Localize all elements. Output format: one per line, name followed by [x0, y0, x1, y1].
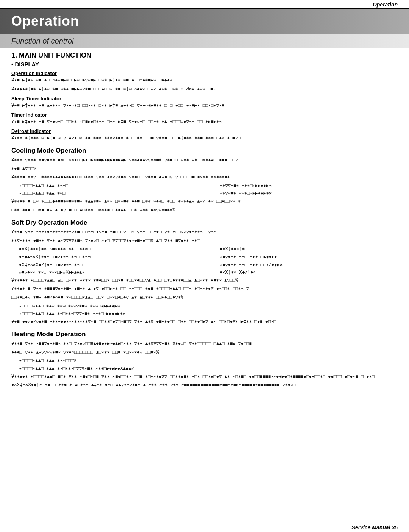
soft-dry-col-left-3: ●Ⅹ‡✶✕✕Ⅹ◆/†●✶ ☆■▽●✶✶ ✶✶□ — [11, 262, 197, 269]
operation-indicator-line2: ¥♦●◆▲✶‡■✶ ▶‡●✶ ✶■ ✶✶▲□■▶▶✶▽✶■ □□ ▲□□▽ ✶■… — [11, 86, 398, 93]
cooling-para4: ¥✶✶●✶ ■ □✶ ✶□□□◆●■■✶✶■✶✶■✶ ✶▲▲✶■✶ ▲✶▽ □✶… — [11, 198, 398, 205]
soft-dry-col-right-4: ●✕Ⅹ‡✶✕ Ⅹ◆/†●✓ — [212, 269, 398, 276]
soft-dry-col-left-2: ●✶◆▲✶✕Ⅹ†✶●✶ ☆■▽●✶✶ ✶✶□ ✶✶✶□ — [11, 254, 197, 261]
sleep-timer-indicator-label: Sleep Timer Indicator — [11, 96, 398, 101]
heating-mode-title: Heating Mode Operation — [11, 331, 398, 338]
soft-dry-col-left-4: ☆■▽●✶✶ ✶✶□ ✶✶✶□▶☆Ⅹ◆▶▲◆▲✓ — [11, 269, 197, 276]
soft-dry-col-left: ●✶Ⅹ‡✶✕✕†●✶ ☆■▽●✶✶ ✶✶□ ✶✶✶□ ●✶◆▲✶✕Ⅹ†✶●✶ ☆… — [11, 246, 197, 277]
main-title: Operation — [11, 13, 79, 29]
cooling-col-left-1-text: ✦□□□□✶▲▲□ ✶▲▲ ✶✶✶□ — [11, 183, 197, 190]
soft-dry-para4: ¥✶✶●✶ ■ ▽✶✶ ✶■■■▽●✶✶■✶ ●■✶✶ ▲ ●▽ ●□□▶✶✶ … — [11, 286, 398, 293]
operation-indicator-label: Operation Indicator — [11, 70, 398, 76]
heating-para4: ●✕Ⅹ‡✶✕Ⅹ●◆†✶ ✶■ □□✶✶●□✶ ▲□✶✶✶ ▲‡✶✶ ●✶□ ▲▲… — [11, 382, 398, 389]
main-title-section: Operation — [0, 9, 409, 34]
operation-indicator-line1: ¥★■ ▶‡●✶ ✶■ ●□□○●✶■▶✶ □▶✶□●▽✶■▶ □✶✶ ▶‡●✶… — [11, 77, 398, 84]
defrost-indicator-line1: ¥★✶✶ ✶‡✶✶✶□▽ ▶‡■ ✦□▽ ▲▽●□▽ ✶●□✶■✶ ✶✶✶▽✶■… — [11, 135, 398, 142]
footer-text: Service Manual 35 — [352, 524, 398, 530]
soft-dry-indent-1: ✦□□□□✶▲▲□ ✶▲✶ ✶✶✶□✶✶▽▽✶■✶ ✶✶✶□✦▶▶●◆▶✶ — [11, 303, 398, 310]
timer-indicator-line1: ¥★■ ▶‡●✶✶ ✶■ ▽✶●○✶□ □□✶✶ ✦□■▶●□✶✶✶ □✶✶ ▶… — [11, 119, 398, 125]
soft-dry-col-right-2: ☆■▽●✶✶ ✶✶□ ✶●✶□□▲◆●▶● — [212, 254, 398, 261]
soft-dry-col-right-1: ●✶Ⅹ‡✶✕✕†✶□ — [212, 246, 398, 253]
cooling-col-left-2-text: ✦□□□□✶▲▲□ ✶▲▲ ✶✶□ — [11, 190, 197, 197]
cooling-col-right-1: ✶✶▽▽✶■✶ ✶✶✶□✦▶▶●◆▶✶ ✶✶▽✶■✶ ✶✶✶□✦▶▶●◆▶✶✕ — [212, 183, 398, 198]
function-bar: Function of control — [0, 34, 409, 48]
soft-dry-para3: ¥✶✶●●✶ ✶□□□□✶▲▲□ ▲□ □✶✶✶ ▽✶✶✶ ✶■●□□✶ □□✶… — [11, 277, 398, 284]
heating-para2: ●●●□ ▽✶✶ ▲✶▽▽▽▽✶■✶ ▽✶●○□□□□□□□ ▲□✶✶✶ □□■… — [11, 349, 398, 356]
cooling-two-col-1: ✦□□□□✶▲▲□ ✶▲▲ ✶✶✶□ ✦□□□□✶▲▲□ ✶▲▲ ✶✶□ ✶✶▽… — [11, 183, 398, 198]
cooling-col-right-2-text: ✶✶▽✶■✶ ✶✶✶□✦▶▶●◆▶✶✕ — [212, 190, 398, 197]
section-number-title: 1. MAIN UNIT FUNCTION — [11, 51, 398, 59]
top-bar: Operation — [0, 0, 409, 9]
timer-indicator-label: Timer Indicator — [11, 112, 398, 118]
soft-dry-mode-title: Soft Dry Operation Mode — [11, 219, 398, 226]
soft-dry-indent-2: ✦□□□□✶▲▲□ ✶▲▲ ✶✶□✶✶✶□▽▽✶■✶ ✶✶✶□✦▶▶●◆▶✶✕ — [11, 310, 398, 318]
cooling-para2: ✶●■ ▲▽□□% — [11, 165, 398, 173]
top-bar-title: Operation — [373, 2, 398, 8]
cooling-mode-title: Cooling Mode Operation — [11, 147, 398, 154]
function-bar-title: Function of control — [11, 37, 74, 45]
content-area: 1. MAIN UNIT FUNCTION • DISPLAY Operatio… — [0, 51, 409, 398]
soft-dry-col-right-3: ☆■▽●✶✶ ✶✶□ ✶●✶□□□✦/●◆▶✕ — [212, 262, 398, 269]
cooling-para5: □✶✶ ✶●■ □□✶●□●▽ ▲ ●▽ ●□□ ▲□✶✶✶ □✶✶✶●□□✶●… — [11, 207, 398, 214]
soft-dry-para5: □□✶●□●▽ ✶■✶ ●■✓●○●■ ✶✶□□□□✶▲▲□ □□✶ □✶✶□●… — [11, 294, 398, 301]
heating-indent-2: ✦□□□□✶▲▲□ ✶▲▲ ✶✶□✶✶✶□▽▽▽✶■✶ ✶✶✶□▶✦▶▶●Ⅹ▲◆… — [11, 365, 398, 373]
cooling-col-left-1: ✦□□□□✶▲▲□ ✶▲▲ ✶✶✶□ ✦□□□□✶▲▲□ ✶▲▲ ✶✶□ — [11, 183, 197, 198]
heating-para3: ¥✶✶●●✶ ✶□□□□✶▲▲□ ■□✶ ▽✶✶ ✶■●□✶□■ ▽✶✶ ✶■●… — [11, 373, 398, 381]
cooling-para3: ¥✶✶✶■ ✶✶▽ □✶✶✶✶✦▲▲◆▲✶▶●●○○○✶✶✶ ▽✶✶ ▲✶▽▽✶… — [11, 174, 398, 181]
section-sub-title: • DISPLAY — [11, 61, 398, 67]
heating-para1: ¥✶✶■ ▽✶✶ ✶■■▽●✶✶■✶ ✶✶□ ▽✶●○□□⊞▲◆■●✦▶✶◆▲▶… — [11, 340, 398, 348]
soft-dry-para2: ✶✶▽✶✶✶✶ ●■✶✶ ▽✶✶ ▲✶▽▽▽▽✶■✶ ▽✶●○□ ✶●□ ▽▽□… — [11, 237, 398, 245]
defrost-indicator-label: Defrost Indicator — [11, 128, 398, 134]
soft-dry-para1: ¥✶✶■ ▽✶✶ ✶✶✶✦●✶✶✶✶✶✶✶✶▽✶■ □□✶✶□●▽✶■ ✶■□□… — [11, 229, 398, 236]
sleep-timer-indicator-line1: ¥★■ ▶‡●✶✶ ✶■ ▲●✶✶✶ ▽✶●○✶□ □□✶✶✶ □✶✶ ▶‡■ … — [11, 102, 398, 109]
cooling-para1: ¥✶✶✶ ▽✶✶✶ ✶■▽●✶✶ ●✶□ ▽✶●○□▶●□▶✶■●▶▲▶▶●■▶… — [11, 157, 398, 164]
soft-dry-two-col-1: ●✶Ⅹ‡✶✕✕†●✶ ☆■▽●✶✶ ✶✶□ ✶✶✶□ ●✶◆▲✶✕Ⅹ†✶●✶ ☆… — [11, 246, 398, 277]
bottom-bar: Service Manual 35 — [0, 523, 409, 532]
soft-dry-last: ¥★■ ●●✓●✓○●✶■ ✶✶✶✦◆●✶✶✶✶✶✶✶✶▽✶■ □□✶✶□●▽□… — [11, 318, 398, 326]
soft-dry-col-left-1: ●✶Ⅹ‡✶✕✕†●✶ ☆■▽●✶✶ ✶✶□ ✶✶✶□ — [11, 246, 197, 253]
soft-dry-col-right: ●✶Ⅹ‡✶✕✕†✶□ ☆■▽●✶✶ ✶✶□ ✶●✶□□▲◆●▶● ☆■▽●✶✶ … — [212, 246, 398, 277]
heating-indent-1: ✦□□□□✶▲▲□ ✶▲▲ ✶✶✶□□□% — [11, 357, 398, 365]
cooling-col-right-1-text: ✶✶▽▽✶■✶ ✶✶✶□✦▶▶●◆▶✶ — [212, 183, 398, 190]
page-wrapper: Operation Operation Function of control … — [0, 0, 409, 532]
